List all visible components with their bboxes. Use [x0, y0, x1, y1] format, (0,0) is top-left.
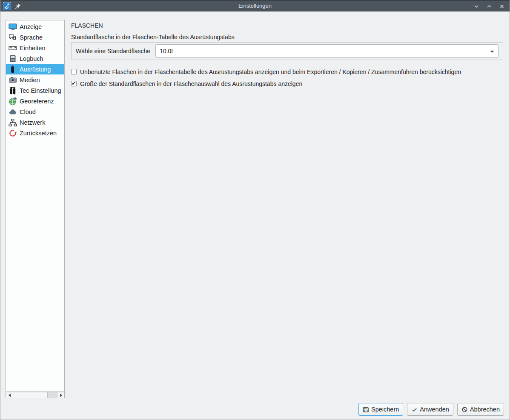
default-cylinder-select[interactable]: 10.0L: [155, 44, 499, 58]
section-title: FLASCHEN: [71, 22, 103, 29]
double-tank-icon: [9, 86, 17, 95]
scroll-left-icon[interactable]: [6, 392, 13, 398]
default-cylinder-value: 10.0L: [160, 48, 175, 54]
titlebar: Einstellungen: [0, 0, 510, 11]
apply-button-label: Anwenden: [420, 406, 449, 413]
reset-icon: [9, 129, 17, 137]
cancel-button[interactable]: Abbrechen: [457, 403, 504, 416]
check-icon: [411, 406, 418, 413]
show-cylinder-sizes-label[interactable]: Größe der Standardflaschen in der Flasch…: [80, 80, 302, 87]
sidebar-item-georeferenz[interactable]: Georeferenz: [6, 96, 64, 106]
sidebar-item-label: Einheiten: [20, 45, 45, 51]
svg-text:A: A: [13, 36, 15, 39]
show-unused-cylinders-label[interactable]: Unbenutzte Flaschen in der Flaschentabel…: [80, 69, 461, 75]
sidebar-item-netzwerk[interactable]: Netzwerk: [6, 117, 64, 128]
display-icon: [9, 23, 17, 31]
window-controls: [473, 0, 505, 12]
dialog-buttons: Speichern Anwenden Abbrechen: [358, 403, 504, 416]
sidebar-item-label: Zurücksetzen: [20, 130, 57, 137]
scroll-right-icon[interactable]: [57, 392, 64, 398]
show-cylinder-sizes-row: Größe der Standardflaschen in der Flasch…: [71, 80, 302, 87]
sidebar-item-ausruestung[interactable]: Ausrüstung: [6, 64, 64, 74]
chevron-down-icon: [490, 51, 494, 53]
scrollbar-thumb[interactable]: [47, 392, 57, 398]
sidebar-item-label: Georeferenz: [20, 98, 54, 105]
language-icon: A: [9, 33, 17, 42]
window-title: Einstellungen: [0, 3, 510, 9]
sidebar-item-tec-einstellung[interactable]: Tec Einstellung: [6, 85, 64, 96]
show-unused-cylinders-checkbox[interactable]: [71, 69, 77, 74]
sidebar-item-sprache[interactable]: A Sprache: [6, 32, 64, 43]
sidebar-item-label: Sprache: [20, 34, 43, 41]
network-icon: [9, 118, 17, 127]
apply-button[interactable]: Anwenden: [407, 403, 453, 416]
cloud-icon: [9, 108, 17, 116]
close-icon[interactable]: [499, 3, 505, 10]
sidebar-item-label: Medien: [20, 77, 40, 83]
sidebar-horizontal-scrollbar[interactable]: [6, 392, 65, 398]
tank-icon: [9, 65, 17, 74]
cancel-button-label: Abbrechen: [470, 406, 500, 413]
sidebar-item-label: Netzwerk: [20, 119, 45, 126]
ruler-icon: [9, 44, 17, 52]
sidebar-item-cloud[interactable]: Cloud: [6, 106, 64, 117]
sidebar-item-label: Logbuch: [20, 55, 43, 62]
save-icon: [363, 406, 369, 413]
sidebar-item-label: Tec Einstellung: [20, 87, 61, 94]
save-button[interactable]: Speichern: [358, 403, 403, 416]
logbook-icon: [9, 54, 17, 63]
camera-icon: [9, 76, 17, 84]
sidebar-item-label: Ausrüstung: [20, 66, 51, 73]
sidebar-item-medien[interactable]: Medien: [6, 74, 64, 85]
default-cylinder-label: Wähle eine Standardflasche: [76, 48, 150, 54]
settings-dialog: Einstellungen Anzeige: [0, 0, 510, 420]
show-cylinder-sizes-checkbox[interactable]: [71, 81, 77, 86]
default-cylinder-frame: Wähle eine Standardflasche 10.0L: [71, 42, 503, 60]
sidebar-item-einheiten[interactable]: Einheiten: [6, 43, 64, 53]
save-button-label: Speichern: [371, 406, 399, 413]
show-unused-cylinders-row: Unbenutzte Flaschen in der Flaschentabel…: [71, 68, 461, 75]
maximize-icon[interactable]: [486, 3, 493, 10]
sidebar-item-zuruecksetzen[interactable]: Zurücksetzen: [6, 128, 64, 138]
section-subtitle: Standardflasche in der Flaschen-Tabelle …: [71, 34, 235, 40]
sidebar-item-logbuch[interactable]: Logbuch: [6, 53, 64, 64]
settings-category-list: Anzeige A Sprache Einheiten Logbuch: [6, 20, 65, 392]
sidebar-item-label: Anzeige: [20, 23, 42, 30]
globe-icon: [9, 97, 17, 106]
minimize-icon[interactable]: [473, 3, 480, 10]
sidebar-item-label: Cloud: [20, 109, 36, 115]
cancel-icon: [461, 406, 468, 413]
sidebar-item-anzeige[interactable]: Anzeige: [6, 21, 64, 32]
